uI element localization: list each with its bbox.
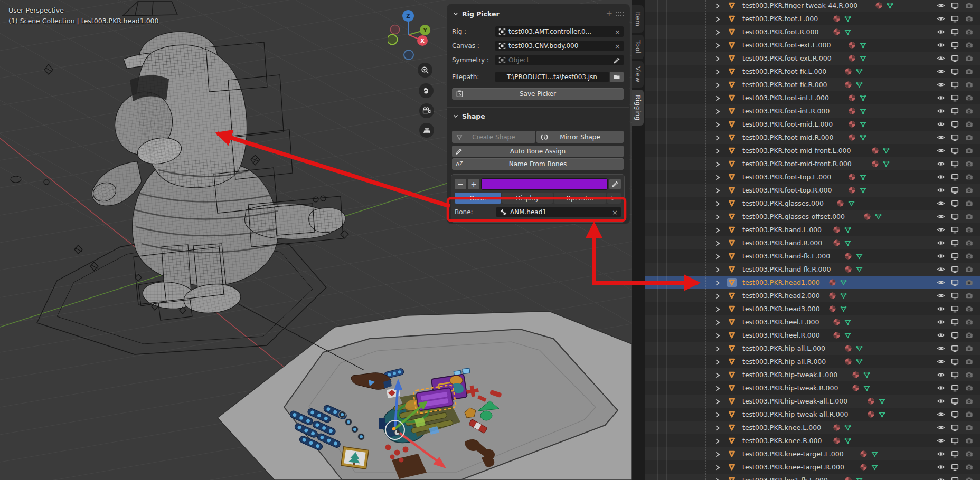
material-icon[interactable] <box>848 54 856 64</box>
outliner-row[interactable]: test003.PKR.hand-fk.L.000 <box>645 249 980 263</box>
mesh-object-icon[interactable] <box>727 318 737 327</box>
camera-icon[interactable] <box>965 15 973 25</box>
material-icon[interactable] <box>833 424 841 434</box>
material-icon[interactable] <box>848 41 856 51</box>
camera-icon[interactable] <box>965 371 973 381</box>
mesh-data-icon[interactable] <box>871 450 879 460</box>
mesh-data-icon[interactable] <box>882 147 890 157</box>
camera-icon[interactable] <box>965 463 973 473</box>
material-icon[interactable] <box>833 331 841 341</box>
eye-icon[interactable] <box>937 358 945 368</box>
camera-icon[interactable] <box>965 226 973 236</box>
mesh-data-icon[interactable] <box>855 476 863 480</box>
mesh-data-icon[interactable] <box>886 2 894 12</box>
add-button[interactable]: + <box>468 179 479 189</box>
outliner-item-label[interactable]: test003.PKR.leg1-fk.L.000 <box>742 474 828 480</box>
monitor-icon[interactable] <box>951 463 959 473</box>
outliner-item-label[interactable]: test003.PKR.head2.000 <box>742 289 820 302</box>
monitor-icon[interactable] <box>951 147 959 157</box>
eye-icon[interactable] <box>937 410 945 420</box>
eye-icon[interactable] <box>937 15 945 25</box>
monitor-icon[interactable] <box>951 344 959 354</box>
camera-icon[interactable] <box>965 344 973 354</box>
outliner-row[interactable]: test003.PKR.glasses-offset.000 <box>645 210 980 223</box>
mesh-data-icon[interactable] <box>859 120 867 130</box>
outliner-item-label[interactable]: test003.PKR.hand.R.000 <box>742 236 822 249</box>
browse-folder-button[interactable] <box>610 72 624 82</box>
material-icon[interactable] <box>860 463 868 473</box>
mesh-data-icon[interactable] <box>855 252 863 262</box>
outliner-item-label[interactable]: test003.PKR.foot-top.L.000 <box>742 170 831 184</box>
expand-chevron-icon[interactable] <box>714 371 721 381</box>
mesh-data-icon[interactable] <box>859 41 867 51</box>
mesh-object-icon[interactable] <box>727 146 737 155</box>
outliner-row[interactable]: test003.PKR.knee.R.000 <box>645 434 980 447</box>
camera-icon[interactable] <box>965 318 973 328</box>
symmetry-field[interactable]: Object <box>495 55 624 65</box>
outliner-panel[interactable]: test003.PKR.finger-tweak-44.R.000 <box>645 0 980 480</box>
expand-chevron-icon[interactable] <box>714 173 721 183</box>
outliner-item-label[interactable]: test003.PKR.foot-mid-front.L.000 <box>742 144 851 157</box>
mesh-object-icon[interactable] <box>727 172 737 181</box>
eye-icon[interactable] <box>937 344 945 354</box>
outliner-item-label[interactable]: test003.PKR.glasses.000 <box>742 197 824 210</box>
outliner-item-label[interactable]: test003.PKR.hip-tweak.R.000 <box>742 381 838 395</box>
mirror-shape-button[interactable]: Mirror Shape <box>536 131 624 143</box>
mesh-object-icon[interactable] <box>727 436 737 445</box>
filter-arrow-button[interactable] <box>607 193 621 204</box>
monitor-icon[interactable] <box>951 424 959 434</box>
expand-chevron-icon[interactable] <box>714 397 721 407</box>
camera-icon[interactable] <box>965 252 973 262</box>
camera-icon[interactable] <box>965 120 973 130</box>
expand-chevron-icon[interactable] <box>714 147 721 157</box>
mesh-data-icon[interactable] <box>878 410 886 420</box>
mesh-object-icon[interactable] <box>727 410 737 419</box>
mesh-object-icon[interactable] <box>727 186 737 195</box>
monitor-icon[interactable] <box>951 358 959 368</box>
eye-icon[interactable] <box>937 199 945 209</box>
mesh-data-icon[interactable] <box>844 437 852 447</box>
camera-icon[interactable] <box>965 186 973 196</box>
monitor-icon[interactable] <box>951 54 959 64</box>
eye-icon[interactable] <box>937 424 945 434</box>
outliner-row[interactable]: test003.PKR.foot-ext.R.000 <box>645 52 980 65</box>
mesh-object-icon[interactable] <box>727 27 737 36</box>
outliner-item-label[interactable]: test003.PKR.knee-target.R.000 <box>742 460 844 474</box>
outliner-item-label[interactable]: test003.PKR.knee.L.000 <box>742 421 821 434</box>
material-icon[interactable] <box>828 279 836 289</box>
tab-tool[interactable]: Tool <box>632 35 644 59</box>
mesh-object-icon[interactable] <box>727 265 737 274</box>
outliner-item-label[interactable]: test003.PKR.foot-int.R.000 <box>742 104 830 118</box>
eye-icon[interactable] <box>937 147 945 157</box>
expand-chevron-icon[interactable] <box>714 344 721 354</box>
camera-icon[interactable] <box>965 476 973 480</box>
eye-icon[interactable] <box>937 41 945 51</box>
material-icon[interactable] <box>844 252 852 262</box>
monitor-icon[interactable] <box>951 120 959 130</box>
material-icon[interactable] <box>844 81 852 91</box>
save-picker-button[interactable]: Save Picker <box>452 88 624 100</box>
tab-rigging[interactable]: Rigging <box>632 90 644 126</box>
eye-icon[interactable] <box>937 384 945 394</box>
mesh-object-icon[interactable] <box>727 397 737 406</box>
outliner-row[interactable]: test003.PKR.head2.000 <box>645 289 980 302</box>
outliner-row[interactable]: test003.PKR.foot-mid.L.000 <box>645 118 980 131</box>
remove-button[interactable]: − <box>455 179 466 189</box>
tab-bone[interactable]: Bone <box>455 193 501 204</box>
camera-icon[interactable] <box>965 437 973 447</box>
mesh-object-icon[interactable] <box>727 225 737 234</box>
outliner-item-label[interactable]: test003.PKR.heel.L.000 <box>742 315 819 329</box>
camera-icon[interactable] <box>965 410 973 420</box>
mesh-data-icon[interactable] <box>859 94 867 104</box>
outliner-item-label[interactable]: test003.PKR.foot.L.000 <box>742 12 818 25</box>
pan-hand-button[interactable] <box>419 83 434 98</box>
expand-chevron-icon[interactable] <box>714 463 721 473</box>
material-icon[interactable] <box>848 107 856 117</box>
mesh-object-icon[interactable] <box>727 278 737 287</box>
camera-icon[interactable] <box>965 54 973 64</box>
outliner-row[interactable]: test003.PKR.finger-tweak-44.R.000 <box>645 0 980 12</box>
outliner-row[interactable]: test003.PKR.heel.R.000 <box>645 329 980 342</box>
outliner-row[interactable]: test003.PKR.hand.R.000 <box>645 236 980 249</box>
mesh-object-icon[interactable] <box>727 304 737 313</box>
outliner-item-label[interactable]: test003.PKR.hip-all.L.000 <box>742 342 825 355</box>
